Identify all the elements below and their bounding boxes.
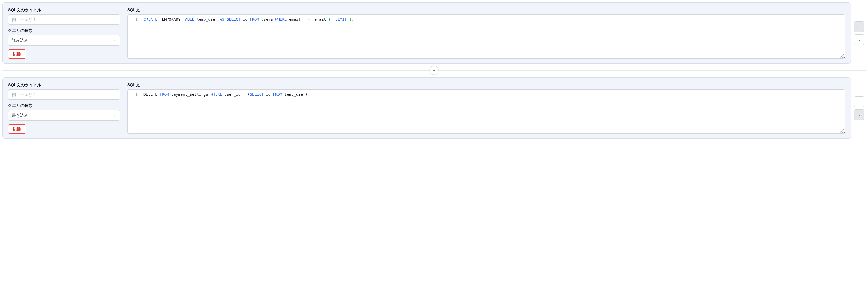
line-number: 1 [128,92,137,97]
delete-button[interactable]: 削除 [8,49,26,59]
title-label: SQL文のタイトル [8,7,120,13]
arrow-up-icon: ↑ [858,99,860,104]
sql-editor[interactable]: 1 CREATE TEMPORARY TABLE temp_user AS SE… [127,14,845,59]
delete-button-label: 削除 [13,52,21,57]
query-block-1: SQL文のタイトル クエリの種類 読み込み ﹀ 削除 SQL文 1 [2,2,866,64]
delete-button-label: 削除 [13,126,21,132]
move-down-button[interactable]: ↓ [854,109,864,120]
sql-editor-inner: 1 DELETE FROM payment_settings WHERE use… [128,90,845,97]
querytype-label: クエリの種類 [8,28,120,33]
querytype-label: クエリの種類 [8,103,120,108]
add-query-button[interactable]: ＋ [429,66,439,75]
title-input[interactable] [8,14,120,25]
sql-editor[interactable]: 1 DELETE FROM payment_settings WHERE use… [127,90,845,134]
query-left-column: SQL文のタイトル クエリの種類 読み込み ﹀ 削除 [8,7,120,59]
move-up-button[interactable]: ↑ [854,21,864,32]
arrow-down-icon: ↓ [858,37,860,42]
chevron-down-icon: ﹀ [113,113,116,118]
reorder-controls: ↑ ↓ [854,77,866,139]
query-right-column: SQL文 1 DELETE FROM payment_settings WHER… [127,83,845,134]
querytype-select[interactable]: 書き込み ﹀ [8,110,120,121]
querytype-field-group: クエリの種類 書き込み ﹀ [8,103,120,121]
sql-label: SQL文 [127,7,845,13]
plus-icon: ＋ [431,67,437,74]
title-field-group: SQL文のタイトル [8,83,120,99]
query-card: SQL文のタイトル クエリの種類 書き込み ﹀ 削除 SQL文 1 [2,77,851,139]
sql-code[interactable]: CREATE TEMPORARY TABLE temp_user AS SELE… [142,17,845,23]
querytype-select[interactable]: 読み込み ﹀ [8,35,120,46]
querytype-value: 読み込み [12,38,28,43]
querytype-field-group: クエリの種類 読み込み ﹀ [8,28,120,46]
resize-handle-icon [840,129,844,133]
resize-handle-icon [840,54,844,58]
chevron-down-icon: ﹀ [113,38,116,43]
query-card: SQL文のタイトル クエリの種類 読み込み ﹀ 削除 SQL文 1 [2,2,851,64]
reorder-controls: ↑ ↓ [854,2,866,64]
sql-label: SQL文 [127,83,845,88]
line-gutter: 1 [128,17,142,23]
title-field-group: SQL文のタイトル [8,7,120,25]
query-block-2: SQL文のタイトル クエリの種類 書き込み ﹀ 削除 SQL文 1 [2,77,866,139]
arrow-down-icon: ↓ [858,112,860,117]
title-input[interactable] [8,90,120,99]
querytype-value: 書き込み [12,113,28,118]
line-number: 1 [128,17,137,23]
sql-editor-inner: 1 CREATE TEMPORARY TABLE temp_user AS SE… [128,15,845,23]
delete-button[interactable]: 削除 [8,124,26,134]
line-gutter: 1 [128,92,142,97]
insert-divider: ＋ [2,65,866,75]
title-label: SQL文のタイトル [8,83,120,88]
arrow-up-icon: ↑ [858,24,860,29]
query-right-column: SQL文 1 CREATE TEMPORARY TABLE temp_user … [127,7,845,59]
move-up-button[interactable]: ↑ [854,96,864,107]
sql-code[interactable]: DELETE FROM payment_settings WHERE user_… [142,92,845,97]
query-left-column: SQL文のタイトル クエリの種類 書き込み ﹀ 削除 [8,83,120,134]
move-down-button[interactable]: ↓ [854,34,864,45]
